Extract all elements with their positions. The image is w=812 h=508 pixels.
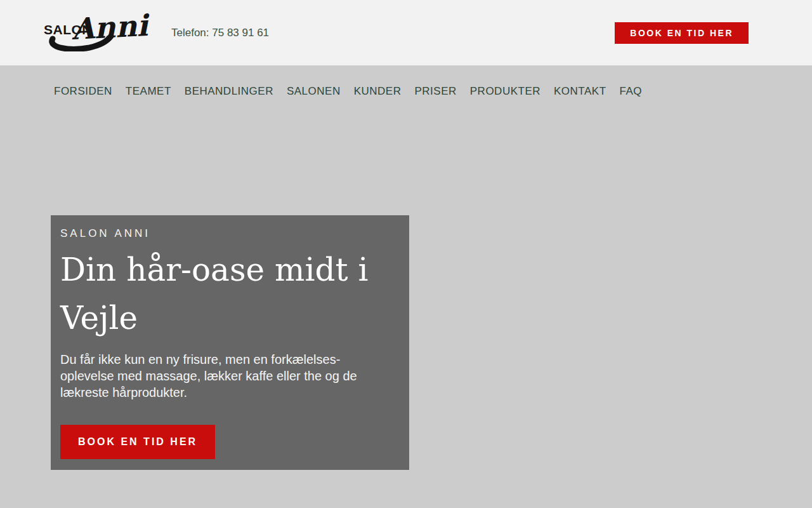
nav-item-produkter[interactable]: PRODUKTER (470, 85, 540, 98)
book-appointment-button-hero[interactable]: BOOK EN TID HER (60, 425, 215, 459)
nav-item-kontakt[interactable]: KONTAKT (554, 85, 606, 98)
nav-item-salonen[interactable]: SALONEN (287, 85, 341, 98)
nav-item-teamet[interactable]: TEAMET (126, 85, 171, 98)
phone-number: Telefon: 75 83 91 61 (171, 27, 269, 39)
main-navigation: FORSIDEN TEAMET BEHANDLINGER SALONEN KUN… (0, 65, 812, 117)
hero-eyebrow: SALON ANNI (60, 227, 396, 241)
logo-anni-text: Anni (71, 8, 149, 46)
top-bar: SALON Anni Telefon: 75 83 91 61 BOOK EN … (0, 0, 812, 65)
nav-item-forsiden[interactable]: FORSIDEN (54, 85, 112, 98)
hero-overlay-box: SALON ANNI Din hår-oase midt i Vejle Du … (51, 215, 409, 470)
nav-item-kunder[interactable]: KUNDER (354, 85, 402, 98)
hero-description: Du får ikke kun en ny frisure, men en fo… (60, 351, 377, 401)
hero-section: SALON ANNI Din hår-oase midt i Vejle Du … (0, 117, 812, 508)
salon-anni-logo[interactable]: SALON Anni (44, 15, 140, 51)
hero-title: Din hår-oase midt i Vejle (60, 246, 396, 342)
book-appointment-button-header[interactable]: BOOK EN TID HER (615, 22, 749, 44)
nav-item-behandlinger[interactable]: BEHANDLINGER (185, 85, 273, 98)
nav-item-faq[interactable]: FAQ (620, 85, 643, 98)
nav-item-priser[interactable]: PRISER (414, 85, 456, 98)
